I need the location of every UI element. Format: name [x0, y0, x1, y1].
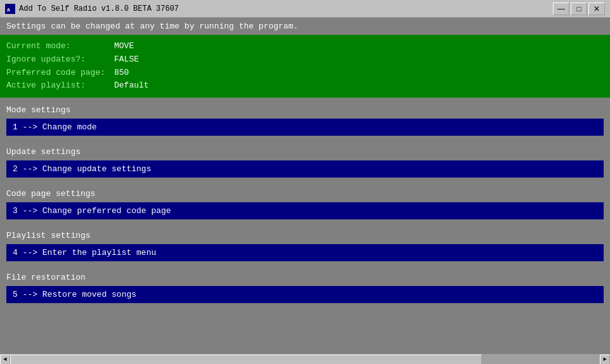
menu-item-restore-moved-songs[interactable]: 5 --> Restore moved songs [6, 286, 604, 303]
preferred-code-label: Preferred code page: [6, 67, 114, 80]
ignore-updates-label: Ignore updates?: [6, 53, 114, 67]
preferred-code-value: 850 [114, 67, 129, 80]
main-content: Settings can be changed at any time by r… [0, 18, 610, 364]
status-ignore-updates-row: Ignore updates?: FALSE [6, 53, 604, 67]
current-mode-value: MOVE [114, 40, 134, 53]
title-bar-left: A Add To Self Radio v1.8.0 BETA 37607 [5, 4, 179, 14]
maximize-button[interactable]: □ [571, 3, 587, 15]
status-preferred-code-row: Preferred code page: 850 [6, 67, 604, 80]
menu-item-change-update-settings[interactable]: 2 --> Change update settings [6, 160, 604, 178]
horizontal-scrollbar[interactable]: ◄ ► [0, 354, 610, 364]
close-button[interactable]: ✕ [588, 3, 605, 15]
section-header-code-page-settings: Code page settings [6, 189, 604, 198]
section-header-mode-settings: Mode settings [6, 105, 604, 115]
info-text: Settings can be changed at any time by r… [6, 22, 298, 31]
status-current-mode-row: Current mode: MOVE [6, 40, 604, 53]
settings-container: Mode settings1 --> Change modeUpdate set… [0, 98, 610, 354]
status-active-playlist-row: Active playlist: Default [6, 79, 604, 93]
section-mode-settings: Mode settings1 --> Change mode [0, 98, 610, 140]
window-title: Add To Self Radio v1.8.0 BETA 37607 [19, 4, 179, 13]
menu-item-change-code-page[interactable]: 3 --> Change preferred code page [6, 202, 604, 219]
scrollbar-thumb[interactable] [10, 354, 482, 365]
section-header-update-settings: Update settings [6, 147, 604, 157]
svg-text:A: A [7, 7, 10, 13]
menu-item-change-mode[interactable]: 1 --> Change mode [6, 119, 604, 136]
info-bar: Settings can be changed at any time by r… [0, 18, 610, 35]
active-playlist-value: Default [114, 79, 149, 93]
scroll-right-button[interactable]: ► [600, 354, 610, 365]
section-header-playlist-settings: Playlist settings [6, 231, 604, 240]
menu-item-enter-playlist-menu[interactable]: 4 --> Enter the playlist menu [6, 244, 604, 261]
section-playlist-settings: Playlist settings4 --> Enter the playlis… [0, 223, 610, 265]
section-header-file-restoration: File restoration [6, 273, 604, 282]
section-code-page-settings: Code page settings3 --> Change preferred… [0, 181, 610, 223]
status-block: Current mode: MOVE Ignore updates?: FALS… [0, 35, 610, 98]
minimize-button[interactable]: — [553, 3, 569, 15]
current-mode-label: Current mode: [6, 40, 114, 53]
app-icon: A [5, 4, 15, 14]
active-playlist-label: Active playlist: [6, 79, 114, 93]
scrollbar-track[interactable] [10, 354, 600, 365]
section-update-settings: Update settings2 --> Change update setti… [0, 140, 610, 181]
section-file-restoration: File restoration5 --> Restore moved song… [0, 265, 610, 307]
window-controls: — □ ✕ [553, 3, 605, 15]
scroll-left-button[interactable]: ◄ [0, 354, 10, 365]
ignore-updates-value: FALSE [114, 53, 139, 67]
title-bar: A Add To Self Radio v1.8.0 BETA 37607 — … [0, 0, 610, 18]
